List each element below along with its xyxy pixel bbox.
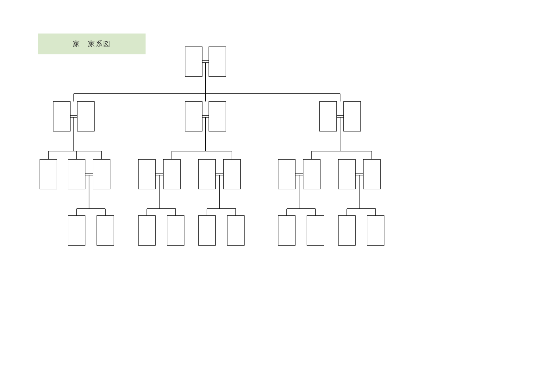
person-box xyxy=(338,159,355,189)
person-box xyxy=(209,47,226,77)
person-box xyxy=(367,216,384,245)
person-box xyxy=(97,216,114,245)
person-box xyxy=(68,216,85,245)
person-box xyxy=(363,159,380,189)
person-box xyxy=(93,159,110,189)
person-box xyxy=(223,159,240,189)
person-box xyxy=(307,216,324,245)
person-box xyxy=(344,101,361,131)
person-box xyxy=(53,101,70,131)
person-box xyxy=(185,101,202,131)
person-box xyxy=(303,159,320,189)
person-box xyxy=(278,216,295,245)
person-box xyxy=(138,159,155,189)
person-box xyxy=(320,101,337,131)
person-box xyxy=(227,216,244,245)
person-box xyxy=(198,159,215,189)
person-box xyxy=(198,216,215,245)
person-box xyxy=(68,159,85,189)
person-box xyxy=(40,159,57,189)
person-box xyxy=(209,101,226,131)
family-tree-diagram xyxy=(0,0,555,392)
person-box xyxy=(167,216,184,245)
person-box xyxy=(77,101,94,131)
person-box xyxy=(338,216,355,245)
person-box xyxy=(163,159,180,189)
person-box xyxy=(138,216,155,245)
person-box xyxy=(185,47,202,77)
person-box xyxy=(278,159,295,189)
